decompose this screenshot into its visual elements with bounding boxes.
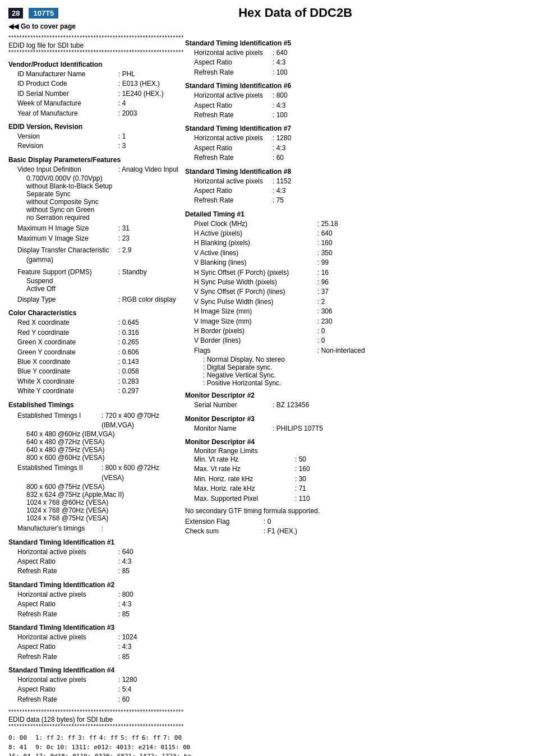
hex-cell: 21: 1f	[124, 752, 147, 756]
st8-ar-label: Aspect Ratio	[194, 186, 273, 196]
ext-flag-label: Extension Flag	[185, 517, 264, 527]
week-label: Week of Manufacture	[17, 99, 118, 108]
week-value: : 4	[118, 99, 126, 108]
blue-y-value: : 0.058	[118, 367, 139, 376]
st7-h-label: Horizontal active pixels	[194, 133, 273, 143]
dt1-h-blank-label: H Blanking (pixels)	[194, 238, 317, 248]
est2-v0: : 800 x 600 @72Hz (VESA)	[102, 463, 179, 483]
white-x-label: White X coordinate	[17, 377, 118, 386]
hex-data-table: 0: 001: ff2: ff3: ff4: ff5: ff6: ff7: 00…	[8, 734, 527, 756]
stars-bottom: ****************************************…	[8, 709, 527, 716]
st3-rr-value: : 85	[118, 652, 130, 662]
st3-ar-value: : 4:3	[118, 642, 131, 652]
dt1-flags-rest: : Normal Display, No stereo : Digital Se…	[194, 356, 527, 387]
hex-addr: 16: 04	[8, 752, 35, 756]
basic-display-fields: Video Input Definition : Analog Video In…	[8, 165, 179, 305]
go-to-cover-link[interactable]: ◀◀ Go to cover page	[8, 22, 527, 30]
st2-ar-label: Aspect Ratio	[17, 600, 118, 609]
white-y-value: : 0.297	[118, 386, 139, 396]
st5-h-value: : 640	[273, 48, 288, 58]
dt1-v-blank-value: : 99	[317, 258, 329, 268]
version-label: Version	[17, 132, 118, 141]
vid-detail-3: Separate Sync	[26, 190, 179, 198]
red-y-label: Red Y coordinate	[17, 328, 118, 338]
hex-cell: 13: e2	[123, 743, 146, 753]
dt1-flags-label: Flags	[194, 346, 317, 356]
year-value: : 2003	[118, 109, 137, 118]
max-h-value: : 31	[118, 224, 130, 233]
edid-version-fields: Version: 1 Revision: 3	[8, 132, 179, 151]
std-timing5-title: Standard Timing Identification #5	[185, 39, 527, 47]
dt1-v-active-value: : 350	[317, 248, 333, 258]
page-header: 28 107T5 Hex Data of DDC2B	[8, 6, 527, 20]
std-timing8-fields: Horizontal active pixels: 1152 Aspect Ra…	[185, 177, 527, 206]
md4-min-vt-label: Min. Vt rate Hz	[194, 455, 295, 464]
mon-desc3-name-label: Monitor Name	[194, 424, 273, 434]
st4-ar-label: Aspect Ratio	[17, 685, 118, 694]
checksum-label: Check sum	[185, 527, 264, 536]
std-timing3-fields: Horizontal active pixels: 1024 Aspect Ra…	[8, 633, 179, 662]
dt1-flags-v3: : Negative Vertical Sync.	[203, 371, 527, 379]
right-column: Standard Timing Identification #5 Horizo…	[182, 35, 527, 704]
md4-max-vt-label: Max. Vt rate Hz	[194, 464, 295, 474]
hex-cell: 2: ff	[57, 734, 78, 743]
dt1-v-mm-label: V Image Size (mm)	[194, 317, 317, 326]
version-value: : 1	[118, 132, 126, 141]
hex-addr: 0: 00	[8, 734, 35, 743]
md4-min-vt-value: : 50	[295, 455, 306, 464]
mfr-timings-value: :	[102, 524, 103, 533]
std-timing6-title: Standard Timing Identification #6	[185, 82, 527, 90]
hex-cell: 11: e0	[79, 743, 102, 753]
hex-cell: 18: 01	[58, 752, 80, 756]
det-timing1-title: Detailed Timing #1	[185, 210, 527, 218]
dt1-v-active-label: V Active (lines)	[194, 248, 317, 258]
est1-block: Established Timings I : 720 x 400 @70Hz …	[17, 411, 179, 462]
checksum-value: : F1 (HEX.)	[264, 527, 297, 536]
est1-rest: 640 x 480 @60Hz (IBM,VGA) 640 x 480 @72H…	[17, 430, 179, 462]
st3-ar-label: Aspect Ratio	[17, 642, 118, 652]
feature-value3: Active Off	[26, 285, 179, 293]
vid-detail-4: without Composite Sync	[26, 198, 179, 206]
st8-ar-value: : 4:3	[273, 186, 285, 196]
st8-h-label: Horizontal active pixels	[194, 177, 273, 186]
st2-rr-label: Refresh Rate	[17, 610, 118, 619]
st3-h-label: Horizontal active pixels	[17, 633, 118, 642]
dt1-hsync-off-label: H Sync Offset (F Porch) (pixels)	[194, 268, 317, 278]
mon-desc2-fields: Serial Number : BZ 123456	[185, 400, 527, 410]
std-timing1-fields: Horizontal active pixels: 640 Aspect Rat…	[8, 547, 179, 577]
est2-v5: 1024 x 768 @75Hz (VESA)	[26, 514, 179, 522]
hex-cell: 12: 40	[102, 743, 124, 753]
feature-block: Feature Support (DPMS) : Standby Suspend…	[17, 268, 179, 293]
stars-mid: ****************************************…	[8, 49, 179, 56]
st6-ar-value: : 4:3	[273, 101, 285, 110]
page-title: Hex Data of DDC2B	[64, 6, 527, 20]
basic-display-title: Basic Display Parameters/Features	[8, 156, 179, 164]
revision-label: Revision	[17, 141, 118, 151]
blue-x-value: : 0.143	[118, 357, 139, 367]
hex-cell: 15: 00	[168, 743, 191, 753]
green-x-label: Green X coordinate	[17, 338, 118, 347]
std-timing7-fields: Horizontal active pixels: 1280 Aspect Ra…	[185, 133, 527, 163]
dt1-pixel-value: : 25.18	[317, 219, 338, 229]
hex-row: 16: 0417: 0d18: 0119: 0320: 6821: 1f22: …	[8, 752, 527, 756]
st6-rr-label: Refresh Rate	[194, 110, 273, 120]
dt1-h-border-value: : 0	[317, 326, 325, 336]
est1-v2: 640 x 480 @72Hz (VESA)	[26, 438, 179, 446]
st1-rr-label: Refresh Rate	[17, 566, 118, 576]
dtc-value: : 2.9	[118, 246, 131, 255]
hex-cell: 1: ff	[35, 734, 57, 743]
max-v-label: Maximum V Image Size	[17, 234, 118, 243]
est-timings-fields: Established Timings I : 720 x 400 @70Hz …	[8, 411, 179, 534]
red-y-value: : 0.316	[118, 328, 139, 338]
feature-label: Feature Support (DPMS)	[17, 268, 118, 277]
est1-v0: : 720 x 400 @70Hz (IBM,VGA)	[102, 411, 179, 431]
dt1-h-border-label: H Border (pixels)	[194, 326, 317, 336]
year-label: Year of Manufacture	[17, 109, 118, 118]
dt1-vsync-off-value: : 37	[317, 287, 329, 297]
hex-cell: 4: ff	[99, 734, 121, 743]
est-timings-title: Established Timings	[8, 401, 179, 409]
st7-ar-label: Aspect Ratio	[194, 144, 273, 153]
hex-cell: 22: 17	[147, 752, 169, 756]
std-timing8-title: Standard Timing Identification #8	[185, 168, 527, 176]
st5-ar-label: Aspect Ratio	[194, 58, 273, 67]
